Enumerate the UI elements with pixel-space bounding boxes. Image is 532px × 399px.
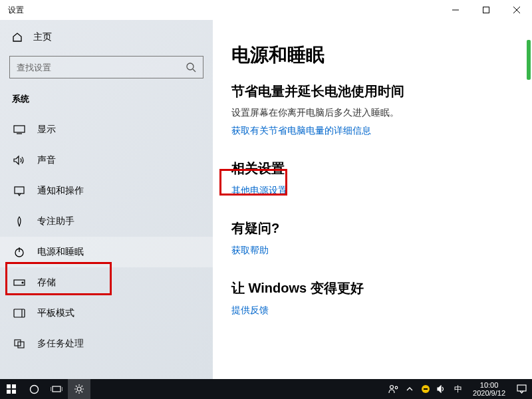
section-desc: 设置屏幕在你离开电脑后多久进入睡眠。 — [231, 107, 532, 119]
focus-icon — [13, 215, 25, 227]
people-icon[interactable] — [388, 379, 400, 399]
nav-label: 多任务处理 — [37, 338, 84, 350]
link-battery-info[interactable]: 获取有关节省电脑电量的详细信息 — [231, 125, 371, 137]
action-center-icon[interactable] — [513, 379, 529, 399]
svg-point-26 — [390, 386, 394, 389]
svg-point-4 — [187, 63, 194, 70]
ime-indicator[interactable]: 中 — [452, 379, 465, 399]
section-title: 有疑问? — [231, 219, 532, 237]
home-label: 主页 — [33, 31, 52, 43]
close-button[interactable] — [501, 0, 532, 20]
svg-rect-8 — [15, 187, 24, 194]
clock-time: 10:00 — [473, 381, 505, 389]
cortana-button[interactable] — [23, 379, 45, 399]
link-get-help[interactable]: 获取帮助 — [231, 245, 269, 257]
sound-icon — [13, 154, 25, 166]
nav-label: 专注助手 — [37, 215, 74, 227]
search-box[interactable] — [9, 56, 203, 78]
svg-point-27 — [395, 386, 398, 389]
home-icon — [12, 32, 23, 43]
minimize-button[interactable] — [440, 0, 471, 20]
svg-point-21 — [30, 385, 38, 393]
nav-tablet[interactable]: 平板模式 — [0, 298, 213, 329]
taskview-button[interactable] — [45, 379, 68, 399]
svg-point-25 — [77, 387, 81, 391]
taskbar: 中 10:00 2020/9/12 — [0, 379, 532, 399]
section-title: 相关设置 — [231, 160, 532, 178]
clock[interactable]: 10:00 2020/9/12 — [469, 381, 509, 397]
tablet-icon — [13, 307, 25, 319]
nav-label: 存储 — [37, 277, 56, 289]
sidebar: 主页 系统 显示 声音 通知和操作 — [0, 20, 213, 379]
clock-date: 2020/9/12 — [473, 389, 505, 397]
storage-icon — [13, 277, 25, 289]
page-heading: 电源和睡眠 — [231, 43, 532, 68]
nav-label: 平板模式 — [37, 307, 74, 319]
section-title: 让 Windows 变得更好 — [231, 279, 532, 297]
section-title: 节省电量并延长电池使用时间 — [231, 82, 532, 100]
svg-point-12 — [22, 282, 23, 283]
nav-display[interactable]: 显示 — [0, 114, 213, 145]
svg-rect-20 — [12, 390, 16, 394]
home-button[interactable]: 主页 — [0, 24, 213, 51]
nav-storage[interactable]: 存储 — [0, 267, 213, 298]
svg-rect-17 — [7, 384, 11, 388]
nav-label: 通知和操作 — [37, 185, 84, 197]
nav-label: 显示 — [37, 124, 56, 136]
window-title: 设置 — [8, 5, 24, 16]
start-button[interactable] — [0, 379, 23, 399]
power-icon — [13, 246, 25, 258]
nav-sound[interactable]: 声音 — [0, 145, 213, 176]
nav-multitask[interactable]: 多任务处理 — [0, 329, 213, 359]
scrollbar[interactable] — [527, 40, 531, 80]
nav-label: 电源和睡眠 — [37, 246, 84, 258]
svg-line-5 — [193, 69, 196, 72]
nav-focus[interactable]: 专注助手 — [0, 206, 213, 237]
nav-notifications[interactable]: 通知和操作 — [0, 176, 213, 206]
nav-power[interactable]: 电源和睡眠 — [0, 237, 213, 267]
notification-icon — [13, 185, 25, 197]
svg-rect-19 — [7, 390, 11, 394]
tray-chevron-icon[interactable] — [404, 379, 416, 399]
svg-rect-30 — [517, 385, 526, 391]
svg-rect-13 — [14, 309, 25, 317]
multitask-icon — [13, 338, 25, 350]
svg-rect-22 — [53, 386, 61, 392]
tray-status-icon[interactable] — [420, 379, 432, 399]
svg-rect-1 — [483, 7, 489, 13]
link-other-power[interactable]: 其他电源设置 — [231, 185, 287, 197]
svg-rect-18 — [12, 384, 16, 388]
volume-icon[interactable] — [436, 379, 448, 399]
svg-rect-29 — [424, 388, 428, 390]
content-area: 电源和睡眠 节省电量并延长电池使用时间 设置屏幕在你离开电脑后多久进入睡眠。 获… — [213, 20, 532, 379]
category-label: 系统 — [0, 88, 213, 114]
link-feedback[interactable]: 提供反馈 — [231, 305, 269, 317]
titlebar: 设置 — [0, 0, 532, 20]
taskbar-settings[interactable] — [68, 379, 90, 399]
nav-label: 声音 — [37, 154, 56, 166]
maximize-button[interactable] — [471, 0, 501, 20]
search-input[interactable] — [17, 63, 176, 72]
search-icon — [186, 62, 196, 72]
svg-rect-6 — [14, 126, 25, 132]
display-icon — [13, 124, 25, 136]
